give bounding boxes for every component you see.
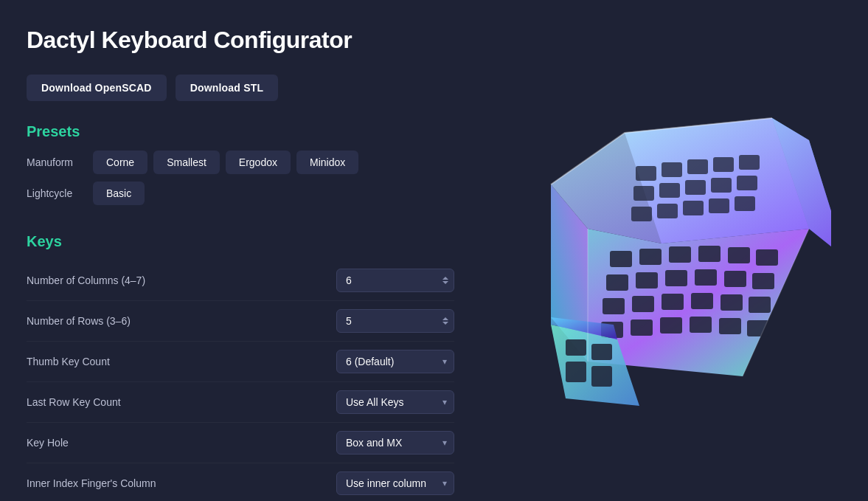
svg-rect-28 xyxy=(747,320,769,336)
svg-rect-34 xyxy=(633,186,654,201)
svg-rect-6 xyxy=(639,249,662,265)
svg-rect-13 xyxy=(665,270,687,286)
left-panel: Dactyl Keyboard Configurator Download Op… xyxy=(27,27,454,474)
svg-rect-12 xyxy=(636,272,658,288)
svg-rect-29 xyxy=(636,166,656,181)
control-thumb-key-count: 6 (Default) 3 4 5 7 ▾ xyxy=(336,350,454,373)
preset-buttons-row1: Corne Smallest Ergodox Minidox xyxy=(93,151,358,174)
preset-basic[interactable]: Basic xyxy=(93,182,145,205)
svg-rect-25 xyxy=(660,317,682,334)
svg-rect-19 xyxy=(662,294,684,310)
preset-minidox[interactable]: Minidox xyxy=(296,151,358,174)
control-inner-index: Use inner column No inner column ▾ xyxy=(336,471,454,495)
svg-rect-36 xyxy=(685,180,706,195)
control-last-row-key-count: Use All Keys Zero Last Two ▾ xyxy=(336,390,454,414)
svg-rect-48 xyxy=(566,362,586,382)
preset-buttons-row2: Basic xyxy=(93,182,145,205)
svg-rect-17 xyxy=(603,298,625,314)
svg-rect-49 xyxy=(591,366,612,387)
svg-rect-38 xyxy=(737,176,757,190)
svg-rect-26 xyxy=(690,317,712,333)
svg-rect-35 xyxy=(659,183,680,198)
svg-rect-10 xyxy=(756,249,778,266)
svg-rect-32 xyxy=(713,157,734,172)
keyboard-3d-view xyxy=(492,96,831,406)
preset-smallest[interactable]: Smallest xyxy=(153,151,220,174)
svg-rect-21 xyxy=(721,294,743,311)
last-row-key-count-select-wrapper: Use All Keys Zero Last Two ▾ xyxy=(336,390,454,414)
svg-rect-41 xyxy=(683,201,704,215)
svg-rect-15 xyxy=(724,271,746,287)
presets-section: Presets Manuform Corne Smallest Ergodox … xyxy=(27,123,454,213)
presets-title: Presets xyxy=(27,123,454,140)
download-openscad-button[interactable]: Download OpenSCAD xyxy=(27,75,167,101)
svg-rect-43 xyxy=(735,196,755,211)
config-row-thumb-key-count: Thumb Key Count 6 (Default) 3 4 5 7 ▾ xyxy=(27,342,454,382)
svg-rect-7 xyxy=(669,246,691,263)
label-key-hole: Key Hole xyxy=(27,437,336,449)
svg-rect-37 xyxy=(711,178,732,193)
svg-rect-22 xyxy=(749,297,771,313)
svg-rect-31 xyxy=(687,159,708,174)
svg-rect-46 xyxy=(566,339,586,356)
rows-input-wrapper xyxy=(336,309,454,333)
svg-rect-8 xyxy=(698,246,721,262)
label-thumb-key-count: Thumb Key Count xyxy=(27,356,336,367)
preset-ergodox[interactable]: Ergodox xyxy=(226,151,291,174)
svg-rect-20 xyxy=(691,293,713,309)
page-title: Dactyl Keyboard Configurator xyxy=(27,27,454,54)
svg-rect-5 xyxy=(610,251,632,267)
config-row-rows: Number of Rows (3–6) xyxy=(27,301,454,342)
columns-input[interactable] xyxy=(336,269,454,292)
svg-rect-40 xyxy=(657,204,678,218)
config-row-last-row-key-count: Last Row Key Count Use All Keys Zero Las… xyxy=(27,382,454,423)
config-row-inner-index: Inner Index Finger's Column Use inner co… xyxy=(27,463,454,501)
svg-rect-30 xyxy=(662,162,682,177)
label-columns: Number of Columns (4–7) xyxy=(27,274,336,286)
preset-row-1: Manuform Corne Smallest Ergodox Minidox xyxy=(27,151,454,174)
svg-rect-24 xyxy=(631,319,653,336)
svg-rect-9 xyxy=(728,247,750,263)
inner-index-select-wrapper: Use inner column No inner column ▾ xyxy=(336,471,454,495)
preset-row-2: Lightcycle Basic xyxy=(27,182,454,205)
svg-rect-42 xyxy=(709,198,729,213)
preset-corne[interactable]: Corne xyxy=(93,151,147,174)
label-rows: Number of Rows (3–6) xyxy=(27,315,336,327)
svg-rect-11 xyxy=(606,274,628,291)
keys-title: Keys xyxy=(27,233,454,250)
right-panel xyxy=(484,27,839,474)
columns-input-wrapper xyxy=(336,269,454,292)
label-inner-index: Inner Index Finger's Column xyxy=(27,477,336,489)
last-row-key-count-select[interactable]: Use All Keys Zero Last Two xyxy=(336,390,454,414)
svg-rect-39 xyxy=(631,207,652,221)
key-hole-select-wrapper: Box and MX MX Only Alps ▾ xyxy=(336,431,454,455)
config-row-columns: Number of Columns (4–7) xyxy=(27,260,454,301)
control-columns xyxy=(336,269,454,292)
preset-label-manuform: Manuform xyxy=(27,156,86,168)
thumb-key-count-select[interactable]: 6 (Default) 3 4 5 7 xyxy=(336,350,454,373)
control-rows xyxy=(336,309,454,333)
svg-rect-33 xyxy=(739,155,760,170)
keys-section: Keys Number of Columns (4–7) Number of xyxy=(27,233,454,501)
preset-label-lightcycle: Lightcycle xyxy=(27,187,86,199)
key-hole-select[interactable]: Box and MX MX Only Alps xyxy=(336,431,454,455)
control-key-hole: Box and MX MX Only Alps ▾ xyxy=(336,431,454,455)
download-stl-button[interactable]: Download STL xyxy=(176,75,279,101)
svg-rect-18 xyxy=(632,296,654,312)
svg-rect-14 xyxy=(695,269,717,286)
config-row-key-hole: Key Hole Box and MX MX Only Alps ▾ xyxy=(27,423,454,463)
svg-rect-16 xyxy=(752,273,774,289)
rows-input[interactable] xyxy=(336,309,454,333)
label-last-row-key-count: Last Row Key Count xyxy=(27,396,336,408)
svg-rect-27 xyxy=(719,318,741,334)
download-buttons: Download OpenSCAD Download STL xyxy=(27,75,454,101)
thumb-key-count-select-wrapper: 6 (Default) 3 4 5 7 ▾ xyxy=(336,350,454,373)
keyboard-svg xyxy=(492,96,831,406)
inner-index-select[interactable]: Use inner column No inner column xyxy=(336,471,454,495)
svg-rect-47 xyxy=(591,344,612,360)
